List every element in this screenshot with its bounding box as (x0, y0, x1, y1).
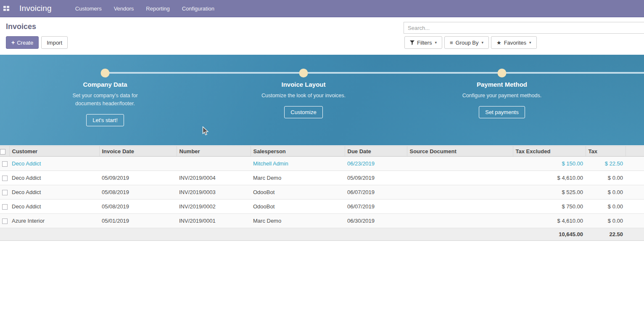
cell-number[interactable] (177, 157, 251, 171)
cell-tax-excluded[interactable]: $ 4,610.00 (513, 214, 586, 228)
spacer-cell (626, 171, 644, 185)
table-row[interactable]: Deco Addict05/08/2019INV/2019/0002OdooBo… (0, 200, 644, 214)
row-checkbox[interactable] (2, 176, 8, 181)
search-input[interactable] (404, 22, 644, 34)
cell-tax-excluded[interactable]: $ 4,610.00 (513, 171, 586, 185)
select-all-checkbox[interactable] (0, 149, 5, 155)
cell-source-document[interactable] (407, 157, 513, 171)
control-bar: Invoices + Create Import Filters ▾ ≡ Gro… (0, 17, 644, 55)
onboarding-banner: Company Data Set your company's data for… (0, 55, 644, 145)
column-header-tax-excluded[interactable]: Tax Excluded (513, 146, 586, 157)
onboarding-step-payment-method: Payment Method Configure your payment me… (439, 81, 565, 118)
cell-due-date[interactable]: 06/30/2019 (345, 214, 407, 228)
cell-tax[interactable]: $ 0.00 (586, 200, 626, 214)
import-button[interactable]: Import (41, 36, 68, 49)
totals-row: 10,645.00 22.50 (0, 228, 644, 241)
total-tax: 22.50 (586, 228, 626, 241)
cell-due-date[interactable]: 06/23/2019 (345, 157, 407, 171)
cell-tax-excluded[interactable]: $ 150.00 (513, 157, 586, 171)
total-tax-excluded: 10,645.00 (513, 228, 586, 241)
row-select-cell[interactable] (0, 214, 9, 228)
column-header-tax[interactable]: Tax (586, 146, 626, 157)
invoice-table-body: Deco AddictMitchell Admin06/23/2019$ 150… (0, 157, 644, 228)
cell-invoice-date[interactable] (99, 157, 177, 171)
cell-customer[interactable]: Azure Interior (9, 214, 99, 228)
row-select-cell[interactable] (0, 185, 9, 200)
cell-number[interactable]: INV/2019/0004 (177, 171, 251, 185)
table-row[interactable]: Deco AddictMitchell Admin06/23/2019$ 150… (0, 157, 644, 171)
cell-salesperson[interactable]: OdooBot (251, 185, 345, 200)
create-button[interactable]: + Create (6, 36, 39, 49)
step-description: Configure your payment methods. (457, 92, 546, 100)
nav-item-configuration[interactable]: Configuration (182, 0, 214, 17)
favorites-button[interactable]: ★ Favorites ▾ (491, 36, 537, 49)
group-by-button[interactable]: ≡ Group By ▾ (444, 36, 489, 49)
cell-due-date[interactable]: 06/07/2019 (345, 200, 407, 214)
cell-customer[interactable]: Deco Addict (9, 157, 99, 171)
cell-customer[interactable]: Deco Addict (9, 200, 99, 214)
cell-due-date[interactable]: 06/07/2019 (345, 185, 407, 200)
cell-invoice-date[interactable]: 05/09/2019 (99, 171, 177, 185)
cell-tax[interactable]: $ 0.00 (586, 171, 626, 185)
cell-salesperson[interactable]: Marc Demo (251, 171, 345, 185)
column-header-spacer (626, 146, 644, 157)
column-header-invoice-date[interactable]: Invoice Date (99, 146, 177, 157)
table-row[interactable]: Azure Interior05/01/2019INV/2019/0001Mar… (0, 214, 644, 228)
column-header-customer[interactable]: Customer (9, 146, 99, 157)
customize-button[interactable]: Customize (284, 106, 322, 118)
cell-customer[interactable]: Deco Addict (9, 171, 99, 185)
cell-due-date[interactable]: 05/09/2019 (345, 171, 407, 185)
cell-number[interactable]: INV/2019/0002 (177, 200, 251, 214)
table-row[interactable]: Deco Addict05/08/2019INV/2019/0003OdooBo… (0, 185, 644, 200)
cell-invoice-date[interactable]: 05/01/2019 (99, 214, 177, 228)
row-checkbox[interactable] (2, 204, 8, 210)
chevron-down-icon: ▾ (529, 40, 531, 45)
filters-button[interactable]: Filters ▾ (404, 36, 442, 49)
cell-tax-excluded[interactable]: $ 525.00 (513, 185, 586, 200)
plus-icon: + (11, 39, 15, 46)
nav-item-reporting[interactable]: Reporting (146, 0, 169, 17)
onboarding-step-invoice-layout: Invoice Layout Customize the look of you… (240, 81, 367, 118)
nav-menu: Customers Vendors Reporting Configuratio… (75, 0, 227, 17)
row-select-cell[interactable] (0, 200, 9, 214)
set-payments-button[interactable]: Set payments (479, 106, 525, 118)
apps-grid-icon[interactable] (3, 6, 9, 11)
nav-item-customers[interactable]: Customers (75, 0, 102, 17)
row-checkbox[interactable] (2, 161, 8, 167)
star-icon: ★ (496, 40, 501, 46)
row-checkbox[interactable] (2, 218, 8, 224)
cell-source-document[interactable] (407, 185, 513, 200)
column-header-due-date[interactable]: Due Date (345, 146, 407, 157)
row-select-cell[interactable] (0, 157, 9, 171)
step-title: Invoice Layout (240, 81, 367, 88)
table-row[interactable]: Deco Addict05/09/2019INV/2019/0004Marc D… (0, 171, 644, 185)
chevron-down-icon: ▾ (481, 40, 483, 45)
cell-tax-excluded[interactable]: $ 750.00 (513, 200, 586, 214)
cell-source-document[interactable] (407, 200, 513, 214)
nav-item-vendors[interactable]: Vendors (114, 0, 134, 17)
column-header-number[interactable]: Number (177, 146, 251, 157)
cell-salesperson[interactable]: OdooBot (251, 200, 345, 214)
row-select-cell[interactable] (0, 171, 9, 185)
lets-start-button[interactable]: Let's start! (86, 114, 124, 126)
row-checkbox[interactable] (2, 190, 8, 195)
chevron-down-icon: ▾ (435, 40, 437, 45)
cell-number[interactable]: INV/2019/0003 (177, 185, 251, 200)
column-header-salesperson[interactable]: Salesperson (251, 146, 345, 157)
select-all-header[interactable] (0, 146, 9, 157)
cell-tax[interactable]: $ 0.00 (586, 185, 626, 200)
cell-source-document[interactable] (407, 171, 513, 185)
cell-customer[interactable]: Deco Addict (9, 185, 99, 200)
spacer-cell (626, 214, 644, 228)
cell-tax[interactable]: $ 22.50 (586, 157, 626, 171)
cell-source-document[interactable] (407, 214, 513, 228)
filter-funnel-icon (410, 40, 414, 45)
cell-number[interactable]: INV/2019/0001 (177, 214, 251, 228)
cell-salesperson[interactable]: Marc Demo (251, 214, 345, 228)
cell-salesperson[interactable]: Mitchell Admin (251, 157, 345, 171)
cell-invoice-date[interactable]: 05/08/2019 (99, 185, 177, 200)
cell-tax[interactable]: $ 0.00 (586, 214, 626, 228)
column-header-source-document[interactable]: Source Document (407, 146, 513, 157)
step-description: Set your company's data for documents he… (61, 92, 150, 108)
cell-invoice-date[interactable]: 05/08/2019 (99, 200, 177, 214)
